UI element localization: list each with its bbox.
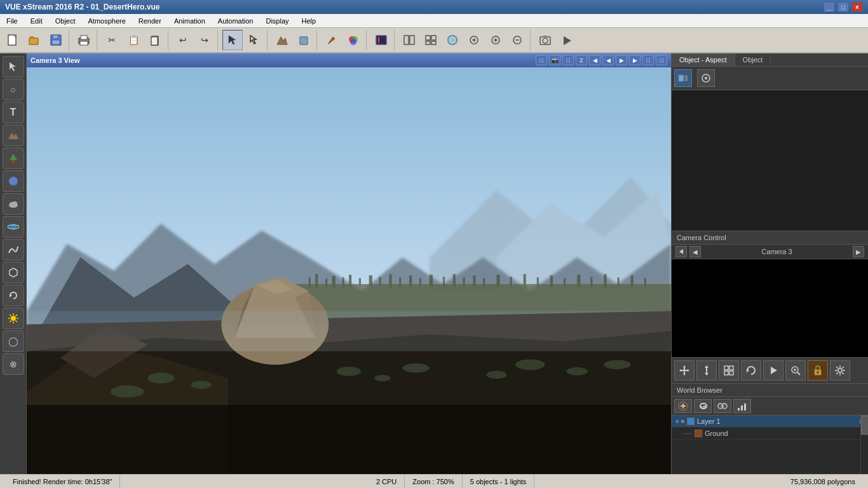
- layout-button[interactable]: [421, 30, 441, 50]
- copy-button[interactable]: 📋: [123, 30, 144, 50]
- menu-render[interactable]: Render: [132, 16, 168, 26]
- terrain-button[interactable]: [272, 30, 292, 50]
- render-button[interactable]: [371, 30, 391, 50]
- menu-edit[interactable]: Edit: [24, 16, 49, 26]
- left-select-tool[interactable]: [3, 56, 24, 78]
- print-button[interactable]: [74, 30, 94, 50]
- view-button[interactable]: [399, 30, 419, 50]
- menu-object[interactable]: Object: [49, 16, 82, 26]
- svg-rect-82: [496, 274, 499, 287]
- layer-item-ground[interactable]: ~~~ Ground: [672, 428, 868, 440]
- svg-marker-38: [10, 154, 17, 160]
- svg-rect-9: [151, 37, 158, 45]
- aspect-icon-2[interactable]: [697, 69, 715, 87]
- open-button[interactable]: [24, 30, 44, 50]
- camera-pan-tool[interactable]: [674, 360, 695, 381]
- vp-ctrl-lock[interactable]: □: [656, 55, 667, 65]
- wb-link-tool[interactable]: [694, 399, 712, 413]
- svg-line-56: [10, 321, 11, 323]
- cut-button[interactable]: ✂: [102, 30, 122, 50]
- svg-rect-84: [524, 274, 526, 287]
- svg-marker-123: [683, 374, 686, 376]
- wb-add-tool[interactable]: [674, 399, 692, 413]
- viewport: Camera 3 View □ 📷 □ Z ◀ ◀ ▶ ▶ □ □: [27, 53, 671, 474]
- main-toolbar: ✂ 📋 ↩ ↪: [0, 28, 868, 53]
- left-planet-tool[interactable]: [3, 216, 24, 238]
- left-circle-tool[interactable]: ○: [3, 79, 24, 100]
- menu-help[interactable]: Help: [295, 16, 323, 26]
- color-button[interactable]: [343, 30, 363, 50]
- camera-prev-btn[interactable]: [675, 246, 687, 257]
- vp-ctrl-back2[interactable]: ◀: [602, 55, 614, 65]
- wb-stats-tool[interactable]: [733, 399, 751, 413]
- render2-button[interactable]: [557, 30, 577, 50]
- move-button[interactable]: [244, 30, 264, 50]
- vp-ctrl-fwd2[interactable]: ▶: [629, 55, 641, 65]
- menu-file[interactable]: File: [0, 16, 24, 26]
- minimize-button[interactable]: _: [824, 2, 835, 12]
- left-tree-tool[interactable]: [3, 147, 24, 169]
- left-light-tool[interactable]: [3, 308, 24, 329]
- svg-rect-63: [309, 278, 311, 288]
- menu-display[interactable]: Display: [259, 16, 295, 26]
- save-button[interactable]: [46, 30, 66, 50]
- new-button[interactable]: [3, 30, 23, 50]
- add2-button[interactable]: [485, 30, 506, 50]
- svg-point-103: [147, 373, 174, 384]
- atmosphere-button[interactable]: [442, 30, 463, 50]
- vp-ctrl-grid[interactable]: □: [642, 55, 654, 65]
- title-bar-controls[interactable]: _ □ ×: [824, 2, 863, 12]
- camera-dolly-tool[interactable]: [696, 360, 717, 381]
- wb-filter-tool[interactable]: [714, 399, 731, 413]
- paint-button[interactable]: [322, 30, 342, 50]
- viewport-controls: □ 📷 □ Z ◀ ◀ ▶ ▶ □ □: [536, 55, 667, 65]
- vp-ctrl-1[interactable]: □: [536, 55, 547, 65]
- camera-play-tool[interactable]: [763, 360, 783, 381]
- left-terrain-tool[interactable]: [3, 125, 24, 146]
- tab-object-aspect[interactable]: Object - Aspect: [672, 53, 735, 66]
- menu-automation[interactable]: Automation: [212, 16, 260, 26]
- menu-atmosphere[interactable]: Atmosphere: [82, 16, 132, 26]
- aspect-icon-1[interactable]: [674, 69, 692, 87]
- left-circle2-tool[interactable]: ◯: [3, 330, 24, 352]
- tab-object[interactable]: Object: [735, 53, 771, 66]
- zoom-out-button[interactable]: [507, 30, 527, 50]
- svg-point-112: [604, 360, 630, 369]
- screenshot-button[interactable]: [535, 30, 555, 50]
- left-path-tool[interactable]: [3, 239, 24, 261]
- vp-ctrl-frame[interactable]: □: [562, 55, 574, 65]
- close-button[interactable]: ×: [851, 2, 863, 12]
- paste-button[interactable]: [145, 30, 165, 50]
- left-hex-tool[interactable]: [3, 262, 24, 283]
- left-rotate-tool[interactable]: [3, 285, 24, 306]
- select-button[interactable]: [222, 30, 243, 50]
- redo-button[interactable]: ↪: [194, 30, 215, 50]
- vp-ctrl-camera[interactable]: 📷: [549, 55, 560, 65]
- camera-settings-tool[interactable]: [830, 360, 850, 381]
- object-button[interactable]: [294, 30, 314, 50]
- svg-rect-11: [300, 37, 308, 44]
- svg-point-24: [450, 37, 455, 43]
- add-zoom-button[interactable]: [464, 30, 484, 50]
- menu-animation[interactable]: Animation: [168, 16, 212, 26]
- camera-fwd-btn[interactable]: ▶: [853, 246, 864, 257]
- left-cross-tool[interactable]: ⊗: [3, 353, 24, 375]
- left-text-tool[interactable]: T: [3, 102, 24, 123]
- camera-lock-tool[interactable]: [808, 360, 828, 381]
- world-browser-content: ■ ■ Layer 1 ▶ ~~~ Ground: [672, 416, 868, 474]
- vp-ctrl-z[interactable]: Z: [576, 55, 587, 65]
- world-browser-scrollbar[interactable]: [860, 416, 868, 474]
- undo-button[interactable]: ↩: [173, 30, 193, 50]
- camera-reset-tool[interactable]: [741, 360, 761, 381]
- camera-focus-tool[interactable]: [719, 360, 739, 381]
- left-cloud-tool[interactable]: [3, 193, 24, 215]
- vp-ctrl-back1[interactable]: ◀: [589, 55, 600, 65]
- left-sphere-tool[interactable]: [3, 170, 24, 192]
- maximize-button[interactable]: □: [837, 2, 849, 12]
- camera-back-btn[interactable]: ◀: [689, 246, 701, 257]
- layer-item-layer1[interactable]: ■ ■ Layer 1 ▶: [672, 416, 868, 428]
- camera-zoom-tool[interactable]: [785, 360, 806, 381]
- svg-rect-19: [426, 36, 430, 40]
- svg-rect-6: [81, 36, 87, 39]
- vp-ctrl-fwd1[interactable]: ▶: [616, 55, 627, 65]
